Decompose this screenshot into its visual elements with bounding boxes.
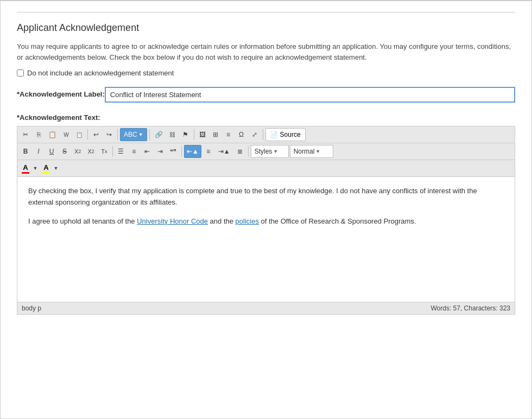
page-container: Applicant Acknowledgement You may requir… — [0, 0, 532, 419]
format-dropdown[interactable]: Normal ▼ — [290, 145, 333, 158]
redo-button[interactable]: ↪ — [103, 128, 115, 141]
table-button[interactable]: ⊞ — [210, 128, 221, 141]
editor-breadcrumb: body p — [22, 304, 41, 312]
align-left-button[interactable]: ⇤▲ — [184, 145, 201, 158]
description-text: You may require applicants to agree to o… — [17, 41, 515, 62]
spellcheck-arrow: ▼ — [138, 132, 143, 137]
ordered-list-button[interactable]: ☰ — [115, 145, 127, 158]
hr-button[interactable]: ≡ — [223, 128, 235, 141]
align-right-button[interactable]: ⇥▲ — [216, 145, 233, 158]
outdent-button[interactable]: ⇤ — [141, 145, 153, 158]
anchor-button[interactable]: ⚑ — [180, 128, 192, 141]
policies-link[interactable]: policies — [236, 217, 259, 225]
toolbar-divider-5 — [263, 129, 263, 140]
source-icon: 📄 — [270, 131, 278, 138]
toolbar-divider-3 — [149, 129, 150, 140]
toolbar-divider-6 — [112, 146, 113, 157]
rich-text-editor: ✂ ⎘ 📋 W 📋 ↩ ↪ ABC ▼ 🔗 ⛓ ⚑ 🖼 ⊞ ≡ Ω ⤢ — [17, 126, 515, 315]
paragraph2-post: of the Office of Research & Sponsored Pr… — [259, 217, 416, 225]
font-color-letter: A — [23, 163, 28, 172]
blockquote-button[interactable]: ❝❞ — [167, 145, 179, 158]
toolbar-row-1: ✂ ⎘ 📋 W 📋 ↩ ↪ ABC ▼ 🔗 ⛓ ⚑ 🖼 ⊞ ≡ Ω ⤢ — [17, 126, 515, 143]
highlight-color-swatch — [42, 172, 50, 174]
fullscreen-button[interactable]: ⤢ — [249, 128, 261, 141]
editor-paragraph-2: I agree to uphold all tenants of the Uni… — [28, 216, 504, 227]
paragraph2-pre: I agree to uphold all tenants of the — [28, 217, 137, 225]
highlight-color-arrow[interactable]: ▼ — [52, 162, 60, 175]
no-acknowledgement-checkbox[interactable] — [17, 69, 24, 77]
toolbar-divider-8 — [248, 146, 249, 157]
indent-button[interactable]: ⇥ — [154, 145, 166, 158]
toolbar-divider-7 — [181, 146, 182, 157]
honor-code-link[interactable]: University Honor Code — [137, 217, 208, 225]
toolbar-divider-2 — [117, 129, 118, 140]
format-label: Normal — [294, 148, 315, 155]
font-color-swatch — [22, 172, 29, 174]
acknowledgement-label-row: *Acknowledgement Label: — [17, 87, 515, 103]
editor-footer: body p Words: 57, Characters: 323 — [17, 302, 515, 314]
format-arrow: ▼ — [315, 149, 320, 154]
italic-button[interactable]: I — [33, 145, 45, 158]
editor-paragraph-1: By checking the box, I verify that my ap… — [28, 186, 504, 208]
underline-button[interactable]: U — [46, 145, 58, 158]
toolbar-divider-1 — [87, 129, 88, 140]
section-title: Applicant Acknowledgement — [17, 12, 515, 34]
special-char-button[interactable]: Ω — [236, 128, 248, 141]
unordered-list-button[interactable]: ≡ — [128, 145, 140, 158]
paste-plain-button[interactable]: 📋 — [73, 128, 85, 141]
toolbar-divider-4 — [194, 129, 194, 140]
subscript-button[interactable]: X2 — [72, 145, 84, 158]
styles-label: Styles — [255, 148, 273, 155]
align-center-button[interactable]: ≡ — [202, 145, 214, 158]
acknowledgement-label-input[interactable] — [105, 87, 515, 103]
checkbox-row: Do not include an acknowledgement statem… — [17, 69, 515, 77]
no-acknowledgement-label: Do not include an acknowledgement statem… — [27, 69, 174, 77]
superscript-button[interactable]: X2 — [85, 145, 97, 158]
toolbar-row-2: B I U S X2 X2 Tx ☰ ≡ ⇤ ⇥ ❝❞ ⇤▲ ≡ ⇥▲ ≣ St… — [17, 143, 515, 160]
font-color-group: A ▼ — [20, 162, 39, 175]
toolbar-row-3: A ▼ A ▼ — [17, 160, 515, 177]
styles-arrow: ▼ — [273, 149, 278, 154]
font-color-button[interactable]: A — [20, 162, 31, 175]
clear-format-button[interactable]: Tx — [98, 145, 110, 158]
editor-content-area[interactable]: By checking the box, I verify that my ap… — [17, 177, 515, 302]
styles-dropdown[interactable]: Styles ▼ — [251, 145, 289, 158]
link-button[interactable]: 🔗 — [152, 128, 166, 141]
spellcheck-button[interactable]: ABC ▼ — [120, 128, 147, 141]
strikethrough-button[interactable]: S — [59, 145, 71, 158]
source-label: Source — [280, 131, 301, 138]
bold-button[interactable]: B — [20, 145, 31, 158]
unlink-button[interactable]: ⛓ — [167, 128, 179, 141]
acknowledgement-label-text: *Acknowledgement Label: — [17, 87, 105, 98]
paragraph2-mid: and the — [208, 217, 236, 225]
undo-button[interactable]: ↩ — [90, 128, 102, 141]
highlight-color-button[interactable]: A — [40, 162, 52, 175]
cut-button[interactable]: ✂ — [20, 128, 31, 141]
highlight-color-letter: A — [43, 163, 48, 172]
paste-word-button[interactable]: W — [60, 128, 72, 141]
highlight-color-group: A ▼ — [40, 162, 60, 175]
align-justify-button[interactable]: ≣ — [234, 145, 246, 158]
acknowledgement-text-label: *Acknowledgement Text: — [17, 113, 515, 122]
copy-button[interactable]: ⎘ — [33, 128, 45, 141]
font-color-arrow[interactable]: ▼ — [31, 162, 39, 175]
image-button[interactable]: 🖼 — [197, 128, 208, 141]
spellcheck-label: ABC — [124, 131, 137, 138]
paste-button[interactable]: 📋 — [46, 128, 59, 141]
editor-word-count: Words: 57, Characters: 323 — [430, 304, 510, 312]
source-button[interactable]: 📄 Source — [265, 128, 306, 141]
